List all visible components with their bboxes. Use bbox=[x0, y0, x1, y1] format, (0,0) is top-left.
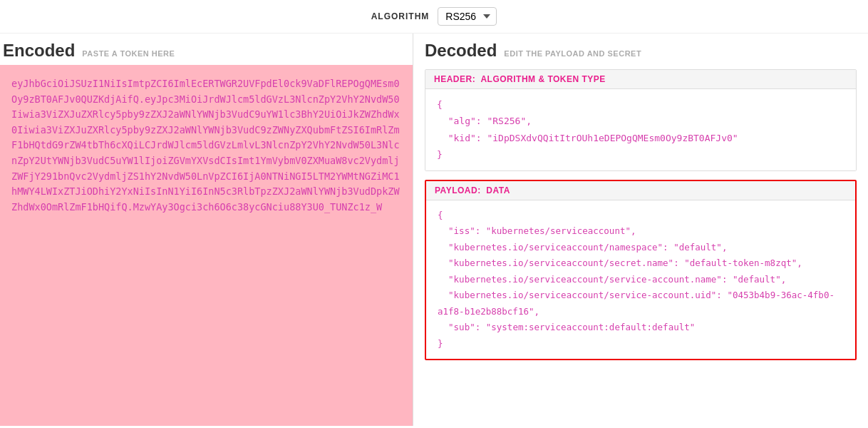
paste-hint: PASTE A TOKEN HERE bbox=[82, 49, 175, 58]
encoded-panel: Encoded PASTE A TOKEN HERE eyJhbGciOiJSU… bbox=[0, 34, 413, 426]
top-bar: ALGORITHM RS256 HS256 HS384 HS512 RS384 … bbox=[0, 0, 868, 34]
algorithm-label: ALGORITHM bbox=[371, 11, 430, 21]
decoded-title: Decoded bbox=[425, 41, 497, 61]
algorithm-select[interactable]: RS256 HS256 HS384 HS512 RS384 RS512 bbox=[438, 7, 497, 26]
header-section: HEADER: ALGORITHM & TOKEN TYPE { "alg": … bbox=[425, 69, 857, 171]
header-content: { "alg": "RS256", "kid": "iDpDSXdvQQitIt… bbox=[425, 89, 856, 170]
edit-hint: EDIT THE PAYLOAD AND SECRET bbox=[504, 49, 641, 58]
header-label: HEADER: bbox=[434, 74, 475, 84]
encoded-title: Encoded bbox=[3, 41, 75, 61]
decoded-header: Decoded EDIT THE PAYLOAD AND SECRET bbox=[413, 34, 868, 65]
main-layout: Encoded PASTE A TOKEN HERE eyJhbGciOiJSU… bbox=[0, 34, 868, 426]
payload-sublabel: DATA bbox=[486, 185, 510, 195]
header-label-bar: HEADER: ALGORITHM & TOKEN TYPE bbox=[425, 70, 856, 89]
payload-label-bar: PAYLOAD: DATA bbox=[426, 181, 855, 200]
decoded-panel: Decoded EDIT THE PAYLOAD AND SECRET HEAD… bbox=[413, 34, 868, 426]
encoded-header: Encoded PASTE A TOKEN HERE bbox=[0, 34, 413, 65]
payload-label: PAYLOAD: bbox=[435, 185, 481, 195]
encoded-textarea[interactable]: eyJhbGciOiJSUzI1NiIsImtpZCI6ImlEcERTWGR2… bbox=[0, 65, 413, 426]
payload-content: { "iss": "kubernetes/serviceaccount", "k… bbox=[426, 200, 855, 360]
payload-section: PAYLOAD: DATA { "iss": "kubernetes/servi… bbox=[425, 180, 857, 361]
header-sublabel: ALGORITHM & TOKEN TYPE bbox=[480, 74, 605, 84]
